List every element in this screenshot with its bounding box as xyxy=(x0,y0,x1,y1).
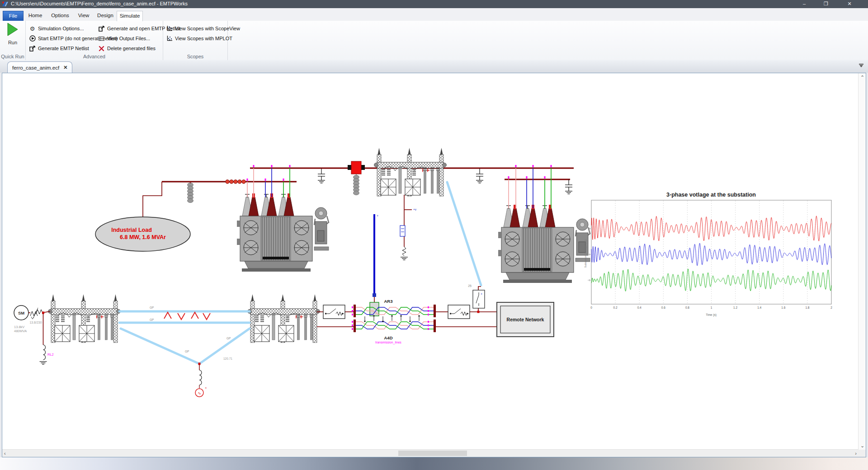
generate-netlist-button[interactable]: Generate EMTP Netlist xyxy=(29,44,89,53)
substation-gantry-middle[interactable] xyxy=(248,294,320,343)
meter-box[interactable] xyxy=(400,226,405,236)
bulk-lines[interactable] xyxy=(119,182,481,364)
close-button[interactable]: ✕ xyxy=(840,0,859,8)
industrial-load[interactable]: Industrial Load 6.8 MW, 1.6 MVAr xyxy=(95,217,190,251)
document-tab-label: ferro_case_anim.ecf xyxy=(12,65,59,70)
bus-capacitor[interactable] xyxy=(565,179,572,194)
scroll-down-icon[interactable]: ⌄ xyxy=(860,442,864,449)
svg-text:0.8: 0.8 xyxy=(685,306,689,309)
scroll-left-icon[interactable]: ‹ xyxy=(4,450,6,456)
scroll-up-icon[interactable]: ⌃ xyxy=(860,74,864,80)
switch-25-label: 25 xyxy=(468,284,472,287)
scrollbar-thumb[interactable] xyxy=(398,451,467,456)
svg-text:1.2: 1.2 xyxy=(733,306,737,309)
line-name-label: transmission_lines xyxy=(375,341,401,344)
tab-design[interactable]: Design xyxy=(94,11,117,21)
ribbon: Run Quick Run ⚙ Simulation Options... St… xyxy=(0,21,868,61)
bus-capacitor[interactable] xyxy=(476,169,483,183)
voltage-probe-riser[interactable]: + xyxy=(370,214,379,316)
delete-x-icon xyxy=(98,45,105,52)
maximize-button[interactable]: ❐ xyxy=(816,0,835,8)
scroll-right-icon[interactable]: › xyxy=(855,450,857,456)
synchronous-machine[interactable]: SM xyxy=(14,306,28,320)
export-icon xyxy=(29,45,36,52)
run-play-icon xyxy=(7,23,19,36)
disconnect-switch-25[interactable]: + xyxy=(473,290,485,308)
line-length-label: 120.71 xyxy=(223,357,232,360)
tab-close-icon[interactable]: ✕ xyxy=(63,65,67,70)
horizontal-scrollbar[interactable]: ‹ › xyxy=(2,449,859,457)
line-switch-right[interactable] xyxy=(448,305,470,319)
svg-text:0.2: 0.2 xyxy=(613,306,618,309)
schematic-canvas[interactable]: Industrial Load 6.8 MW, 1.6 MVAr SM 13.8… xyxy=(2,73,866,457)
delete-generated-files-button[interactable]: Delete generated files xyxy=(98,44,156,53)
ribbon-group-quick-run: Run Quick Run xyxy=(0,21,26,60)
tab-simulate[interactable]: Simulate xyxy=(117,11,143,21)
svg-text:1.8: 1.8 xyxy=(805,306,809,309)
group-label-scopes: Scopes xyxy=(163,54,227,59)
title-bar: C:\Users\eru\Documents\EMTP\Ferro_demo\f… xyxy=(0,0,868,8)
collapse-ribbon-icon[interactable] xyxy=(858,63,864,69)
line-switch-left[interactable] xyxy=(323,305,345,319)
scope-chart[interactable]: 3-phase votlage at the substation Substa… xyxy=(584,192,832,317)
remote-network-block[interactable]: Remote Network xyxy=(497,302,554,337)
substation-gantry-top[interactable] xyxy=(374,148,447,196)
svg-text:1.6: 1.6 xyxy=(781,306,785,309)
gear-icon: ⚙ xyxy=(29,25,36,32)
line-arrow-marks xyxy=(164,312,210,320)
run-button[interactable]: Run xyxy=(3,23,23,49)
power-transformer-right[interactable] xyxy=(498,205,590,283)
power-transformer-left[interactable] xyxy=(237,193,329,272)
tab-options[interactable]: Options xyxy=(47,11,73,21)
gp-label: GP xyxy=(150,306,154,309)
circuit-drawing[interactable]: Industrial Load 6.8 MW, 1.6 MVAr SM 13.8… xyxy=(2,73,859,450)
svg-text:1.4: 1.4 xyxy=(757,306,761,309)
gp-label: GP xyxy=(185,350,189,353)
svg-text:+: + xyxy=(205,386,207,390)
series-fuse-component[interactable] xyxy=(226,180,245,183)
substation-gantry-left[interactable] xyxy=(48,294,121,343)
sm-mva-label: 480MVA xyxy=(14,329,27,333)
transposed-line-wires xyxy=(356,307,434,329)
export-icon xyxy=(98,25,105,32)
vertical-scrollbar[interactable]: ⌃ ⌄ xyxy=(858,73,866,450)
view-scopes-scopeview-button[interactable]: View Scopes with ScopeView xyxy=(166,24,240,33)
remote-network-label: Remote Network xyxy=(507,317,544,322)
arrester-string xyxy=(354,175,359,195)
line-ar3-label: AR3 xyxy=(384,299,392,304)
probe-mark: +v xyxy=(413,208,417,211)
chart-y-label: Substation Voltage (kV) xyxy=(584,240,587,268)
tab-home[interactable]: Home xyxy=(24,11,47,21)
bottom-gradient-strip xyxy=(0,457,868,470)
minimize-button[interactable]: – xyxy=(795,0,814,8)
tab-file[interactable]: File xyxy=(3,11,24,21)
bus-capacitor[interactable] xyxy=(318,169,325,183)
scope-icon xyxy=(166,25,173,32)
chart-x-label: Time (s) xyxy=(706,313,717,317)
svg-text:0: 0 xyxy=(590,306,592,309)
svg-text:SM: SM xyxy=(18,310,24,315)
list-icon xyxy=(98,35,105,42)
svg-text:∿: ∿ xyxy=(198,391,201,395)
insulator-string xyxy=(188,183,193,203)
group-label-quick-run: Quick Run xyxy=(0,54,25,59)
window-title: C:\Users\eru\Documents\EMTP\Ferro_demo\f… xyxy=(11,1,188,6)
stepup-transformer-symbol[interactable] xyxy=(30,308,43,319)
scrollbar-corner xyxy=(859,450,866,457)
equivalent-source[interactable]: ∿ + xyxy=(195,363,207,397)
reactor-label: RL2 xyxy=(47,352,54,357)
document-tab[interactable]: ferro_case_anim.ecf ✕ xyxy=(7,61,72,73)
tab-view[interactable]: View xyxy=(73,11,94,21)
svg-text:+: + xyxy=(481,292,482,296)
line-a4d-label: A4D xyxy=(384,335,392,340)
simulation-options-button[interactable]: ⚙ Simulation Options... xyxy=(29,24,84,33)
svg-text:2: 2 xyxy=(830,306,832,309)
ribbon-tab-bar: File Home Options View Design Simulate xyxy=(0,8,868,21)
shunt-reactor[interactable] xyxy=(40,312,47,365)
circuit-breaker[interactable] xyxy=(348,161,365,176)
svg-text:1: 1 xyxy=(711,306,712,309)
view-output-files-button[interactable]: View Output Files... xyxy=(98,34,150,43)
gp-label: GP xyxy=(226,337,231,340)
view-scopes-mplot-button[interactable]: View Scopes with MPLOT xyxy=(166,34,232,43)
chart-title: 3-phase votlage at the substation xyxy=(666,192,756,198)
